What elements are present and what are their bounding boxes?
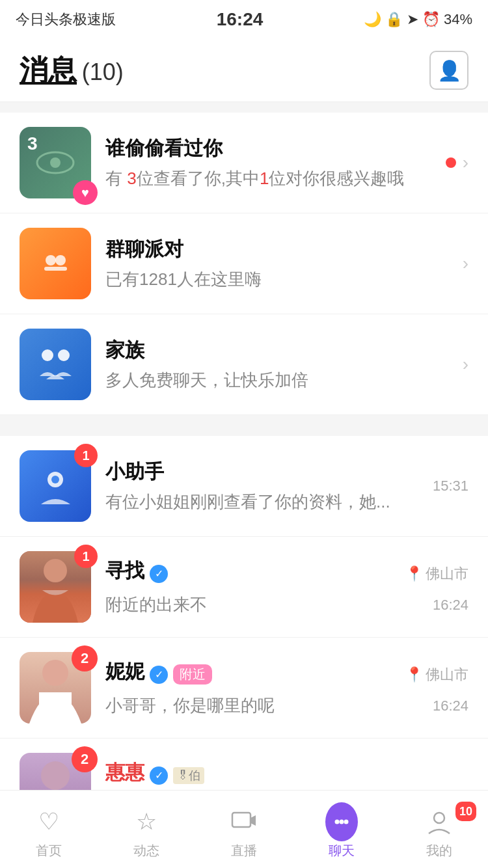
avatar-group bbox=[20, 228, 91, 299]
avatar-wrap-nini: 2 bbox=[20, 652, 91, 724]
message-content-family: 家族 多人免费聊天，让快乐加倍 bbox=[105, 337, 456, 392]
nav-item-live[interactable]: 直播 bbox=[195, 799, 293, 860]
carrier-text: 今日头条极速版 bbox=[16, 10, 116, 29]
message-preview-family: 多人免费聊天，让快乐加倍 bbox=[105, 369, 456, 392]
content-area: 3 ♥ 谁偷偷看过你 有 3位查看了你,其中1位对你很感兴趣哦 › bbox=[0, 113, 488, 868]
chevron-right-icon: › bbox=[463, 152, 468, 173]
message-name-huihui: 惠惠 bbox=[105, 759, 144, 786]
nav-item-mine[interactable]: 10 我的 bbox=[390, 799, 488, 860]
location-icon: ➤ bbox=[407, 11, 418, 28]
chat-icon bbox=[325, 806, 358, 838]
message-content-spy: 谁偷偷看过你 有 3位查看了你,其中1位对你很感兴趣哦 bbox=[105, 135, 439, 190]
badge-2: 2 bbox=[72, 746, 98, 772]
svg-point-19 bbox=[434, 813, 444, 823]
location-text: 佛山市 bbox=[426, 665, 468, 685]
avatar-family bbox=[20, 329, 91, 400]
home-icon: ♡ bbox=[33, 806, 65, 838]
svg-point-2 bbox=[46, 255, 56, 265]
name-left: 惠惠 ✓ 🎖伯 bbox=[105, 759, 204, 791]
message-time-nini: 16:24 bbox=[433, 698, 468, 714]
avatar-wrap-spy: 3 ♥ bbox=[20, 127, 91, 198]
status-bar: 今日头条极速版 16:24 🌙 🔒 ➤ ⏰ 34% bbox=[0, 0, 488, 39]
svg-point-6 bbox=[58, 349, 70, 361]
message-content-xunzhao: 寻找 ✓ 📍 佛山市 附近的出来不 16:24 bbox=[105, 558, 468, 616]
message-content-nini: 妮妮 ✓ 附近 📍 佛山市 小哥哥，你是哪里的呢 16:24 bbox=[105, 658, 468, 717]
unread-dot bbox=[446, 157, 456, 168]
avatar-wrap-family bbox=[20, 329, 91, 400]
message-name-group: 群聊派对 bbox=[105, 236, 456, 263]
message-meta-assistant: 15:31 bbox=[433, 478, 468, 495]
lock-icon: 🔒 bbox=[385, 11, 403, 28]
message-time-xunzhao: 16:24 bbox=[433, 597, 468, 614]
badge-1: 1 bbox=[74, 444, 98, 467]
list-item[interactable]: 3 ♥ 谁偷偷看过你 有 3位查看了你,其中1位对你很感兴趣哦 › bbox=[0, 113, 488, 213]
nav-label-chat: 聊天 bbox=[329, 842, 355, 860]
header-title-area: 消息 (10) bbox=[20, 51, 124, 90]
nav-label-feed: 动态 bbox=[133, 842, 159, 860]
special-items-group: 3 ♥ 谁偷偷看过你 有 3位查看了你,其中1位对你很感兴趣哦 › bbox=[0, 113, 488, 415]
name-row: 惠惠 ✓ 🎖伯 bbox=[105, 759, 468, 791]
message-name-spy: 谁偷偷看过你 bbox=[105, 135, 439, 162]
message-time-assistant: 15:31 bbox=[433, 478, 468, 495]
list-item[interactable]: 1 寻找 ✓ 📍 佛山市 附近的出来不 16:24 bbox=[0, 537, 488, 638]
time-text: 16:24 bbox=[217, 9, 264, 30]
avatar-wrap-assistant: 1 bbox=[20, 450, 91, 522]
svg-point-9 bbox=[51, 476, 59, 483]
spy-num2: 1 bbox=[260, 169, 269, 188]
rank-badge-huihui: 🎖伯 bbox=[173, 767, 204, 784]
chevron-right-icon: › bbox=[463, 253, 468, 274]
list-item[interactable]: 2 妮妮 ✓ 附近 📍 佛山市 小哥哥，你是哪里的呢 16:24 bbox=[0, 638, 488, 739]
verified-icon: ✓ bbox=[150, 766, 168, 785]
message-preview-spy: 有 3位查看了你,其中1位对你很感兴趣哦 bbox=[105, 167, 439, 190]
separator bbox=[0, 415, 488, 426]
nearby-tag: 附近 bbox=[173, 664, 212, 685]
spy-num1: 3 bbox=[127, 169, 136, 188]
avatar-wrap-xunzhao: 1 bbox=[20, 551, 91, 623]
mine-icon bbox=[423, 806, 455, 838]
chevron-right-icon: › bbox=[463, 354, 468, 375]
svg-point-5 bbox=[42, 349, 53, 361]
svg-point-16 bbox=[335, 820, 340, 824]
badge-1: 1 bbox=[74, 545, 98, 568]
message-name-xunzhao: 寻找 bbox=[105, 558, 144, 584]
list-item[interactable]: 家族 多人免费聊天，让快乐加倍 › bbox=[0, 314, 488, 415]
name-row: 寻找 ✓ 📍 佛山市 bbox=[105, 558, 468, 590]
svg-point-17 bbox=[340, 820, 344, 824]
nav-label-mine: 我的 bbox=[426, 842, 452, 860]
nav-item-chat[interactable]: 聊天 bbox=[293, 799, 390, 860]
page-title: 消息 bbox=[20, 54, 77, 86]
svg-point-10 bbox=[44, 559, 67, 582]
moon-icon: 🌙 bbox=[364, 11, 381, 28]
name-left: 妮妮 ✓ 附近 bbox=[105, 658, 212, 690]
nav-item-home[interactable]: ♡ 首页 bbox=[0, 799, 98, 860]
mine-badge: 10 bbox=[455, 802, 476, 821]
svg-point-1 bbox=[50, 157, 61, 168]
svg-point-11 bbox=[42, 660, 68, 686]
verified-icon: ✓ bbox=[150, 565, 168, 583]
verified-icon: ✓ bbox=[150, 666, 168, 684]
svg-point-18 bbox=[344, 820, 349, 824]
svg-rect-12 bbox=[39, 692, 72, 712]
location-pin-icon: 📍 bbox=[405, 666, 423, 683]
nav-item-feed[interactable]: ☆ 动态 bbox=[98, 799, 195, 860]
nav-label-live: 直播 bbox=[231, 842, 257, 860]
contact-icon-button[interactable]: 👤 bbox=[429, 51, 468, 90]
badge-2: 2 bbox=[72, 645, 98, 671]
message-preview-xunzhao: 附近的出来不 bbox=[105, 593, 207, 616]
message-name-family: 家族 bbox=[105, 337, 456, 364]
svg-point-3 bbox=[55, 255, 66, 265]
message-meta-spy bbox=[446, 157, 456, 168]
feed-icon: ☆ bbox=[130, 806, 163, 838]
message-content-assistant: 小助手 有位小姐姐刚刚查看了你的资料，她... bbox=[105, 459, 426, 513]
list-item[interactable]: 群聊派对 已有1281人在这里嗨 › bbox=[0, 213, 488, 314]
location-row: 📍 佛山市 bbox=[405, 564, 468, 584]
avatar-wrap-group bbox=[20, 228, 91, 299]
message-content-group: 群聊派对 已有1281人在这里嗨 bbox=[105, 236, 456, 291]
chat-bubble-active bbox=[325, 802, 358, 841]
list-item[interactable]: 1 小助手 有位小姐姐刚刚查看了你的资料，她... 15:31 bbox=[0, 436, 488, 537]
message-preview-group: 已有1281人在这里嗨 bbox=[105, 268, 456, 291]
alarm-icon: ⏰ bbox=[422, 11, 440, 28]
message-preview-assistant: 有位小姐姐刚刚查看了你的资料，她... bbox=[105, 491, 426, 513]
contact-icon: 👤 bbox=[437, 59, 461, 82]
message-preview-nini: 小哥哥，你是哪里的呢 bbox=[105, 694, 275, 717]
